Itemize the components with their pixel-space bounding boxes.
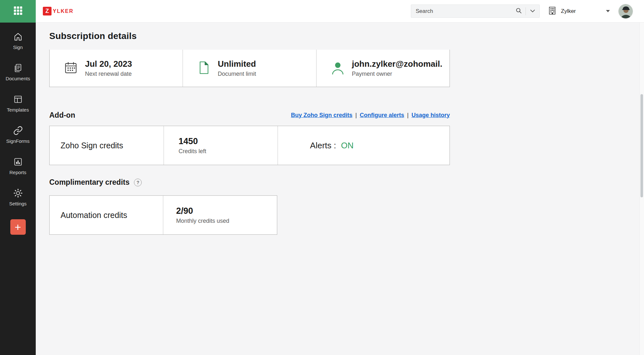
home-icon <box>13 32 23 42</box>
sidebar-item-templates[interactable]: Templates <box>0 88 36 119</box>
document-icon <box>197 61 211 76</box>
addon-name-section: Zoho Sign credits <box>50 126 164 165</box>
alerts-label: Alerts : <box>310 141 336 150</box>
topbar: Z YLKER <box>36 0 644 23</box>
search-bar <box>411 5 540 18</box>
building-icon <box>547 6 557 17</box>
alerts-status-badge: ON <box>341 141 354 150</box>
buy-credits-link[interactable]: Buy Zoho Sign credits <box>291 112 353 119</box>
sidebar-item-sign[interactable]: Sign <box>0 25 36 56</box>
zoho-sign-credits-card: Zoho Sign credits 1450 Credits left Aler… <box>49 126 450 165</box>
usage-history-link[interactable]: Usage history <box>412 112 450 119</box>
payment-owner-label: Payment owner <box>352 71 442 77</box>
scrollbar-thumb[interactable] <box>640 94 643 197</box>
automation-name-section: Automation credits <box>50 196 163 234</box>
main-content: Subscription details <box>36 23 644 355</box>
search-icon <box>516 7 522 15</box>
sidebar-item-label: Settings <box>9 201 26 206</box>
sidebar-item-label: Documents <box>6 76 30 81</box>
sidebar-item-settings[interactable]: Settings <box>0 182 36 213</box>
page-title: Subscription details <box>49 31 137 41</box>
app-launcher-button[interactable] <box>0 0 36 23</box>
add-button[interactable]: + <box>10 219 26 235</box>
payment-owner-text: john.zylker@zohomail. Payment owner <box>352 59 442 77</box>
org-caret-icon <box>606 10 610 12</box>
credits-left-section: 1450 Credits left <box>164 126 278 165</box>
calendar-icon <box>64 61 78 76</box>
search-options-button[interactable] <box>526 5 539 17</box>
monthly-usage-value: 2/90 <box>176 206 277 216</box>
renewal-date-block: Jul 20, 2023 Next renewal date <box>50 50 183 87</box>
org-name: Zylker <box>561 8 576 15</box>
addon-links: Buy Zoho Sign credits | Configure alerts… <box>291 112 450 119</box>
document-limit-block: Unlimited Document limit <box>183 50 316 87</box>
addon-name: Zoho Sign credits <box>61 141 164 150</box>
logo-text: YLKER <box>53 8 73 14</box>
renewal-date-value: Jul 20, 2023 <box>85 59 132 69</box>
chevron-down-icon <box>530 8 535 14</box>
monthly-usage-label: Monthly credits used <box>176 218 277 224</box>
sidebar-item-label: SignForms <box>6 138 30 144</box>
sidebar-item-reports[interactable]: Reports <box>0 150 36 182</box>
renewal-date-label: Next renewal date <box>85 71 132 77</box>
configure-alerts-link[interactable]: Configure alerts <box>360 112 404 119</box>
automation-name: Automation credits <box>61 211 163 220</box>
link-icon <box>13 126 23 135</box>
person-icon <box>331 61 345 76</box>
payment-owner-value: john.zylker@zohomail. <box>352 59 442 69</box>
subscription-summary-card: Jul 20, 2023 Next renewal date Unlimited… <box>49 50 450 87</box>
grid-icon <box>13 5 23 17</box>
link-separator: | <box>407 112 409 119</box>
search-input[interactable] <box>411 8 512 15</box>
complimentary-header-row: Complimentary credits ? <box>49 178 142 187</box>
sidebar-item-documents[interactable]: Documents <box>0 56 36 88</box>
sidebar-item-label: Sign <box>13 44 23 50</box>
complimentary-heading: Complimentary credits <box>49 178 129 187</box>
document-limit-value: Unlimited <box>218 59 256 69</box>
sidebar-item-signforms[interactable]: SignForms <box>0 119 36 150</box>
credits-left-value: 1450 <box>178 136 277 146</box>
org-selector[interactable]: Zylker <box>547 6 612 17</box>
automation-credits-card: Automation credits 2/90 Monthly credits … <box>49 195 277 235</box>
renewal-date-text: Jul 20, 2023 Next renewal date <box>85 59 132 77</box>
user-avatar[interactable] <box>618 4 633 19</box>
addon-header-row: Add-on Buy Zoho Sign credits | Configure… <box>49 110 450 121</box>
link-separator: | <box>355 112 357 119</box>
credits-left-label: Credits left <box>178 148 277 155</box>
sidebar-item-label: Templates <box>7 107 29 113</box>
help-icon[interactable]: ? <box>134 179 142 186</box>
addon-heading: Add-on <box>49 111 75 120</box>
gear-icon <box>13 188 23 198</box>
sidebar-items: Sign Documents Templates <box>0 23 36 213</box>
logo-z-mark: Z <box>43 7 52 15</box>
search-button[interactable] <box>512 5 526 17</box>
document-limit-label: Document limit <box>218 71 256 77</box>
zylker-logo: Z YLKER <box>43 7 73 15</box>
alerts-section: Alerts : ON <box>278 126 450 165</box>
bar-chart-icon <box>13 157 23 167</box>
scrollbar-track[interactable] <box>639 23 644 355</box>
documents-icon <box>13 63 23 73</box>
templates-icon <box>13 94 23 104</box>
monthly-usage-section: 2/90 Monthly credits used <box>163 196 277 234</box>
page-header: Subscription details <box>36 23 644 50</box>
sidebar-item-label: Reports <box>9 170 26 175</box>
alerts-status-line: Alerts : ON <box>310 141 450 151</box>
content-area: Jul 20, 2023 Next renewal date Unlimited… <box>36 50 639 355</box>
document-limit-text: Unlimited Document limit <box>218 59 256 77</box>
payment-owner-block: john.zylker@zohomail. Payment owner <box>317 50 450 87</box>
sidebar: Sign Documents Templates <box>0 0 36 355</box>
